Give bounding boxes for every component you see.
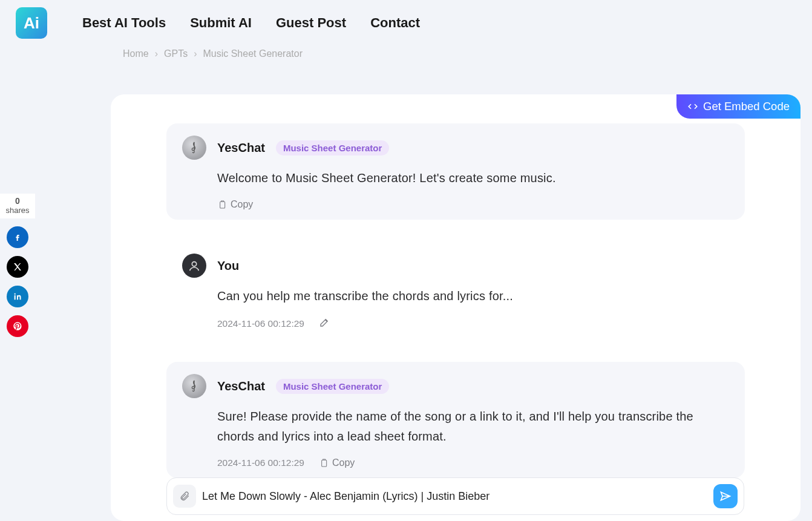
chat-card: Get Embed Code YesChat Music Sheet Gener… <box>111 94 801 521</box>
copy-button[interactable]: Copy <box>319 457 355 468</box>
message-text: Sure! Please provide the name of the son… <box>182 407 729 447</box>
message-head: YesChat Music Sheet Generator <box>182 136 729 160</box>
message-foot: 2024-11-06 00:12:29 Copy <box>182 457 729 468</box>
bot-badge: Music Sheet Generator <box>276 379 389 394</box>
pinterest-icon <box>13 321 22 331</box>
clipboard-icon <box>319 457 329 468</box>
nav-guest-post[interactable]: Guest Post <box>276 15 346 31</box>
message-bot: YesChat Music Sheet Generator Welcome to… <box>166 123 745 220</box>
attach-button[interactable] <box>173 485 196 508</box>
facebook-icon <box>13 232 22 242</box>
share-rail: 0 shares <box>0 194 35 337</box>
edit-button[interactable] <box>319 317 330 330</box>
sender-name: YesChat <box>217 141 265 155</box>
copy-button[interactable]: Copy <box>217 199 253 210</box>
message-text: Can you help me transcribe the chords an… <box>182 286 729 306</box>
avatar <box>182 136 206 160</box>
share-count: 0 shares <box>0 194 35 218</box>
messages-list: YesChat Music Sheet Generator Welcome to… <box>111 94 801 512</box>
avatar <box>182 254 206 278</box>
svg-point-1 <box>192 262 196 266</box>
message-foot: Copy <box>182 199 729 210</box>
clipboard-icon <box>217 199 227 210</box>
timestamp: 2024-11-06 00:12:29 <box>217 457 304 468</box>
message-head: YesChat Music Sheet Generator <box>182 374 729 398</box>
sender-name: You <box>217 259 239 273</box>
treble-clef-icon <box>188 379 201 393</box>
svg-rect-2 <box>322 460 327 467</box>
send-button[interactable] <box>713 484 738 508</box>
svg-rect-0 <box>220 202 225 208</box>
chevron-right-icon: › <box>194 48 197 59</box>
share-pinterest-button[interactable] <box>7 315 28 337</box>
avatar <box>182 374 206 398</box>
user-icon <box>188 259 201 272</box>
code-icon <box>687 101 698 112</box>
header: Ai Best AI Tools Submit AI Guest Post Co… <box>0 0 812 44</box>
nav-best-ai-tools[interactable]: Best AI Tools <box>82 15 166 31</box>
embed-label: Get Embed Code <box>703 100 790 113</box>
share-x-button[interactable] <box>7 256 28 278</box>
nav-contact[interactable]: Contact <box>370 15 420 31</box>
linkedin-icon <box>13 292 22 301</box>
timestamp: 2024-11-06 00:12:29 <box>217 318 304 329</box>
pencil-icon <box>319 317 330 328</box>
message-input[interactable] <box>202 490 707 503</box>
chevron-right-icon: › <box>155 48 158 59</box>
breadcrumb-current: Music Sheet Generator <box>203 48 303 59</box>
breadcrumb-gpts[interactable]: GPTs <box>164 48 188 59</box>
get-embed-code-button[interactable]: Get Embed Code <box>676 94 801 119</box>
message-input-bar <box>166 477 744 515</box>
breadcrumb: Home › GPTs › Music Sheet Generator <box>0 48 812 59</box>
logo[interactable]: Ai <box>16 7 47 39</box>
bot-badge: Music Sheet Generator <box>276 140 389 156</box>
x-icon <box>13 262 22 272</box>
breadcrumb-home[interactable]: Home <box>123 48 149 59</box>
message-text: Welcome to Music Sheet Generator! Let's … <box>182 168 729 188</box>
message-user: You Can you help me transcribe the chord… <box>166 241 745 340</box>
paperclip-icon <box>179 491 190 502</box>
share-facebook-button[interactable] <box>7 226 28 248</box>
treble-clef-icon <box>188 141 201 154</box>
nav-submit-ai[interactable]: Submit AI <box>190 15 252 31</box>
message-bot: YesChat Music Sheet Generator Sure! Plea… <box>166 362 745 478</box>
sender-name: YesChat <box>217 379 265 393</box>
send-icon <box>719 490 732 502</box>
message-foot: 2024-11-06 00:12:29 <box>182 317 729 330</box>
share-linkedin-button[interactable] <box>7 286 28 307</box>
message-head: You <box>182 254 729 278</box>
